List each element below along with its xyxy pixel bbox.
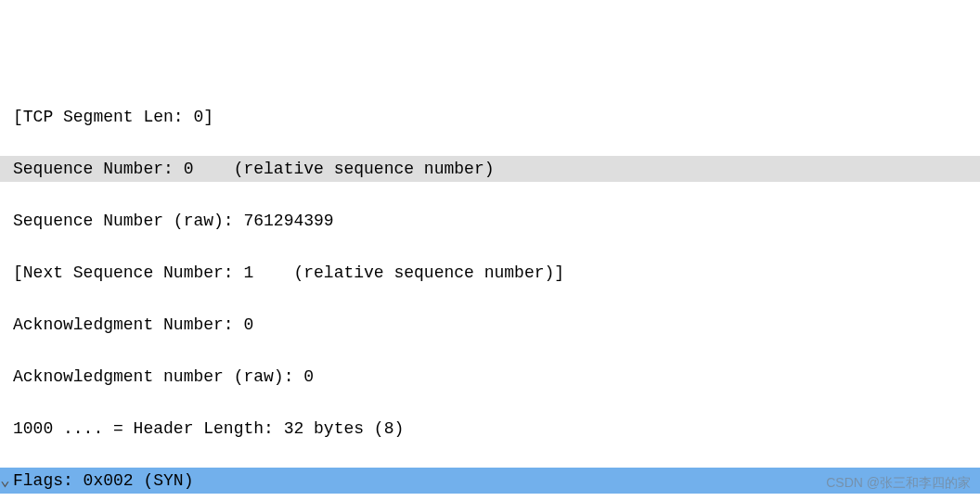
- field-text: 1000 .... = Header Length: 32 bytes (8): [13, 416, 404, 442]
- field-text: Flags: 0x002 (SYN): [13, 468, 193, 494]
- sequence-number-raw[interactable]: Sequence Number (raw): 761294399: [0, 208, 980, 234]
- chevron-down-icon[interactable]: ⌄: [0, 468, 13, 494]
- field-text: [Next Sequence Number: 1 (relative seque…: [13, 260, 564, 286]
- next-sequence-number[interactable]: [Next Sequence Number: 1 (relative seque…: [0, 260, 980, 286]
- field-text: Sequence Number (raw): 761294399: [13, 208, 334, 234]
- field-text: Acknowledgment number (raw): 0: [13, 364, 314, 390]
- header-length[interactable]: 1000 .... = Header Length: 32 bytes (8): [0, 416, 980, 442]
- watermark-text: CSDN @张三和李四的家: [826, 469, 971, 495]
- field-text: Sequence Number: 0 (relative sequence nu…: [13, 156, 494, 182]
- field-text: Acknowledgment Number: 0: [13, 312, 253, 338]
- acknowledgment-number[interactable]: Acknowledgment Number: 0: [0, 312, 980, 338]
- sequence-number-relative[interactable]: Sequence Number: 0 (relative sequence nu…: [0, 156, 980, 182]
- tcp-segment-len[interactable]: [TCP Segment Len: 0]: [0, 104, 980, 130]
- field-text: [TCP Segment Len: 0]: [13, 104, 213, 130]
- acknowledgment-number-raw[interactable]: Acknowledgment number (raw): 0: [0, 364, 980, 390]
